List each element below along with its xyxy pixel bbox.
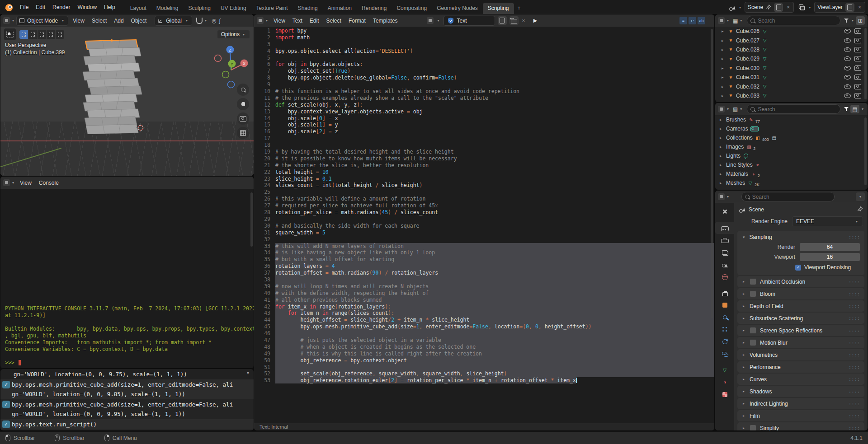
console-body[interactable]: PYTHON INTERACTIVE CONSOLE 3.11.7 (main,… xyxy=(0,189,254,368)
outliner-row-cube-029[interactable]: ▸▼Cube.029▽ xyxy=(715,54,868,63)
panel-performance[interactable]: ▸Performance:::: xyxy=(737,361,864,373)
disable-render-icon[interactable] xyxy=(854,65,861,71)
panel-drag-handle[interactable]: :::: xyxy=(849,365,860,369)
info-editor[interactable]: gn='WORLD', location=(0, 0, 9.75), scale… xyxy=(0,369,254,430)
filter-icon[interactable] xyxy=(844,18,849,23)
hide-viewport-icon[interactable] xyxy=(844,29,851,33)
panel-volumetrics[interactable]: ▸Volumetrics:::: xyxy=(737,349,864,360)
code-line[interactable]: 26# this variable will define a amount o… xyxy=(254,196,714,202)
expand-icon[interactable]: ▸ xyxy=(722,56,726,61)
chevron-down-icon[interactable]: ▾ xyxy=(12,181,14,185)
panel-drag-handle[interactable]: :::: xyxy=(849,389,860,394)
code-line[interactable]: 41# all other previous blocks summed xyxy=(254,297,714,304)
code-line[interactable]: 47 # just puts the selected object in a … xyxy=(254,337,714,344)
panel-subsurface-scattering[interactable]: ▸Subsurface Scattering:::: xyxy=(737,313,864,324)
navigation-gizmo[interactable]: Z Y X xyxy=(212,43,250,90)
workspace-tab-rendering[interactable]: Rendering xyxy=(357,3,392,14)
new-collection-button[interactable]: ⊞ xyxy=(856,16,865,25)
text-menu-format[interactable]: Format xyxy=(345,17,369,25)
text-menu-select[interactable]: Select xyxy=(323,17,345,25)
expand-icon[interactable]: ▸ xyxy=(722,84,726,89)
properties-tab-tex[interactable] xyxy=(715,388,734,401)
viewport-menu-view[interactable]: View xyxy=(69,17,88,25)
word-wrap-toggle[interactable]: ↩ xyxy=(689,17,696,24)
expand-icon[interactable]: ▸ xyxy=(720,117,724,122)
hide-viewport-icon[interactable] xyxy=(844,66,851,70)
disable-render-icon[interactable] xyxy=(854,47,861,52)
disable-render-icon[interactable] xyxy=(854,93,861,98)
expand-icon[interactable]: ▸ xyxy=(722,66,726,70)
panel-shadows[interactable]: ▸Shadows:::: xyxy=(737,386,864,397)
properties-tab-vlayer[interactable] xyxy=(715,246,734,258)
blend-row-images[interactable]: ▸Images▨2 xyxy=(715,142,868,151)
console-menu-console[interactable]: Console xyxy=(35,179,62,187)
panel-indirect-lighting[interactable]: ▸Indirect Lighting:::: xyxy=(737,398,864,409)
panel-checkbox[interactable] xyxy=(750,278,756,285)
expand-icon[interactable]: ▸ xyxy=(722,29,726,33)
select-mode-box[interactable] xyxy=(28,30,37,39)
panel-drag-handle[interactable]: :::: xyxy=(849,328,860,333)
properties-tab-world[interactable] xyxy=(715,271,734,283)
workspace-tab-modeling[interactable]: Modeling xyxy=(151,3,184,14)
blend-row-collections[interactable]: ▸Collections◧400▤ xyxy=(715,133,868,142)
render-samples-field[interactable]: 64 xyxy=(800,243,860,251)
falloff-curve-icon[interactable]: ∫ xyxy=(219,18,220,24)
properties-tab-tool[interactable] xyxy=(715,206,734,218)
code-line[interactable]: 10# this function is a helper to set all… xyxy=(254,88,714,95)
syntax-highlight-toggle[interactable]: ab xyxy=(698,17,705,24)
panel-ambient-occlusion[interactable]: ▸Ambient Occlusion:::: xyxy=(737,276,864,287)
info-log-entry[interactable]: ✓bpy.ops.text.run_script() xyxy=(0,419,254,430)
disable-render-icon[interactable] xyxy=(854,56,861,61)
code-line[interactable]: 51 xyxy=(254,364,714,371)
expand-icon[interactable]: ▸ xyxy=(720,136,724,140)
code-line[interactable]: 53 obj_reference.rotation_euler[2] = rot… xyxy=(254,377,714,384)
info-log-entry[interactable]: ✓bpy.ops.mesh.primitive_cube_add(size=1,… xyxy=(0,399,254,419)
workspace-tab-scripting[interactable]: Scripting xyxy=(483,3,514,14)
expand-icon[interactable]: ▸ xyxy=(720,163,724,167)
code-line[interactable]: 12def set_scale(obj, x, y, z): xyxy=(254,102,714,108)
outliner-row-cube-032[interactable]: ▸▼Cube.032▽ xyxy=(715,82,868,91)
code-line[interactable]: 24slices_count = int(total_height / slic… xyxy=(254,182,714,189)
code-line[interactable]: 17 xyxy=(254,135,714,142)
code-line[interactable]: 39# now will loop N times and will creat… xyxy=(254,283,714,290)
code-line[interactable]: 28rotation_per_slice = math.radians(45) … xyxy=(254,209,714,216)
blend-row-brushes[interactable]: ▸Brushes✎77 xyxy=(715,115,868,124)
code-line[interactable]: 1import bpy xyxy=(254,28,714,34)
select-mode-pick[interactable] xyxy=(56,30,64,39)
code-line[interactable]: 20# it is possible to know how mutch ite… xyxy=(254,155,714,162)
workspace-tab-animation[interactable]: Animation xyxy=(323,3,357,14)
code-line[interactable]: 46 xyxy=(254,330,714,337)
chevron-down-icon[interactable]: ▾ xyxy=(862,107,863,111)
workspace-tab-compositing[interactable]: Compositing xyxy=(392,3,432,14)
expand-icon[interactable]: ▸ xyxy=(722,38,726,43)
new-text-button[interactable] xyxy=(498,16,507,25)
workspace-tab-shading[interactable]: Shading xyxy=(293,3,323,14)
blend-row-cameras[interactable]: ▸Cameras xyxy=(715,124,868,133)
panel-drag-handle[interactable]: :::: xyxy=(849,235,860,239)
add-workspace-button[interactable]: + xyxy=(514,3,524,14)
new-view-layer-button[interactable] xyxy=(845,3,854,12)
expand-icon[interactable]: ▸ xyxy=(722,93,726,98)
outliner-blend-file[interactable]: ▾ ▧ ▾ Search ▤ ▾ ▸Brushes✎77▸Cameras▸Col… xyxy=(715,103,868,190)
code-line[interactable]: 18 xyxy=(254,142,714,149)
properties-editor[interactable]: ▾ Search ▾ ▽◑ Scene Render Engine xyxy=(715,191,868,430)
expand-icon[interactable]: ▸ xyxy=(722,75,726,79)
code-line[interactable]: 8 bpy.ops.object.delete(use_global=False… xyxy=(254,75,714,81)
panel-drag-handle[interactable]: :::: xyxy=(849,353,860,357)
editor-type-icon[interactable] xyxy=(257,17,264,24)
panel-checkbox[interactable] xyxy=(750,327,756,334)
panel-checkbox[interactable] xyxy=(750,290,756,297)
sampling-panel-header[interactable]: ▾ Sampling :::: xyxy=(737,232,864,242)
outliner-row-cube-033[interactable]: ▸▼Cube.033▽ xyxy=(715,91,868,100)
select-mode-lasso[interactable] xyxy=(47,30,55,39)
blend-row-meshes[interactable]: ▸Meshes▽2K xyxy=(715,178,868,187)
toggle-perspective-button[interactable] xyxy=(237,127,249,139)
outliner-row-cube-030[interactable]: ▸▼Cube.030▽ xyxy=(715,64,868,73)
code-line[interactable]: 4bpy.ops.object.select_all(action='DESEL… xyxy=(254,48,714,55)
code-line[interactable]: 36rotation_layers = 4 xyxy=(254,263,714,270)
viewport-menu-object[interactable]: Object xyxy=(127,17,151,25)
disable-render-icon[interactable] xyxy=(854,84,861,89)
properties-tab-mat[interactable]: ◑ xyxy=(715,376,734,388)
code-line[interactable]: 49 # this is why this line is called rig… xyxy=(254,351,714,357)
code-line[interactable]: 22total_height = 10 xyxy=(254,169,714,176)
